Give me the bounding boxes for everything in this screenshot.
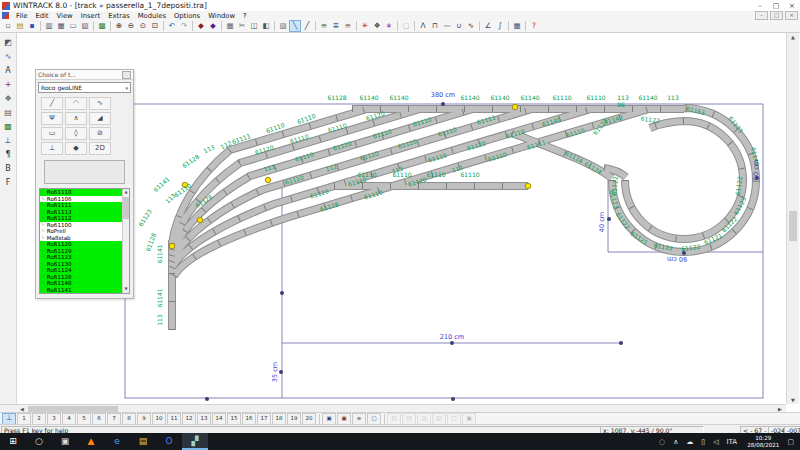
mdi-close-button[interactable]: × bbox=[785, 11, 798, 20]
copy-icon[interactable]: ◫ bbox=[248, 20, 260, 32]
menu-options[interactable]: Options bbox=[170, 12, 204, 20]
slope-icon[interactable]: ∠ bbox=[482, 20, 494, 32]
wintrack-icon[interactable]: ▞ bbox=[182, 433, 208, 450]
start-button[interactable]: ⊞ bbox=[0, 433, 26, 450]
threeway-switch-icon[interactable]: Ψ bbox=[41, 112, 63, 125]
image2-icon[interactable]: ▩ bbox=[2, 121, 14, 133]
menu-file[interactable]: File bbox=[12, 12, 31, 20]
signal-icon[interactable]: ⊘ bbox=[89, 127, 111, 140]
print-preview-icon[interactable]: ▥ bbox=[43, 20, 55, 32]
switch-left-icon[interactable]: ∧ bbox=[65, 112, 87, 125]
paste-icon[interactable]: ◧ bbox=[260, 20, 272, 32]
select-icon[interactable]: ▨ bbox=[277, 20, 289, 32]
insert-icon[interactable]: ◆ bbox=[207, 20, 219, 32]
scroll-down-icon[interactable]: ▼ bbox=[787, 397, 799, 403]
tunnel-icon[interactable]: ⊓ bbox=[429, 20, 441, 32]
people-icon[interactable]: ◌ bbox=[659, 438, 665, 446]
layers-icon[interactable]: ▤ bbox=[2, 107, 14, 119]
straight-icon[interactable]: — bbox=[441, 20, 453, 32]
flex-track-icon[interactable]: ∿ bbox=[2, 51, 14, 63]
menu-help[interactable]: ? bbox=[239, 12, 251, 20]
menu-modules[interactable]: Modules bbox=[134, 12, 170, 20]
group-icon[interactable]: ❖ bbox=[371, 20, 383, 32]
mdi-restore-button[interactable]: □ bbox=[770, 11, 783, 20]
curve-icon[interactable]: ∪ bbox=[453, 20, 465, 32]
office-icon[interactable]: O bbox=[156, 433, 182, 450]
switch-right-icon[interactable]: ◢ bbox=[89, 112, 111, 125]
scroll-up-icon[interactable]: ▲ bbox=[787, 34, 799, 40]
scurve-track-icon[interactable]: ∿ bbox=[89, 97, 111, 110]
task-view-icon[interactable]: ▣ bbox=[52, 433, 78, 450]
profile-icon[interactable]: ∫ bbox=[494, 20, 506, 32]
zoom-out-icon[interactable]: ⊖ bbox=[125, 20, 137, 32]
edge-icon[interactable]: e bbox=[104, 433, 130, 450]
blank-icon[interactable]: ▢ bbox=[400, 20, 412, 32]
search-icon[interactable]: ○ bbox=[26, 433, 52, 450]
panel-title-bar[interactable]: Choice of t... bbox=[36, 70, 133, 80]
lang-label[interactable]: ITA bbox=[727, 438, 738, 446]
paragraph-icon[interactable]: ¶ bbox=[2, 149, 14, 161]
open-icon[interactable]: ▤ bbox=[14, 20, 26, 32]
list-scrollbar[interactable]: ▲ ▼ bbox=[122, 189, 129, 293]
curve-track-icon[interactable]: ◠ bbox=[65, 97, 87, 110]
list-scroll-thumb[interactable] bbox=[123, 197, 129, 219]
scroll-down-icon[interactable]: ▼ bbox=[123, 286, 129, 293]
price-list-icon[interactable]: ≡ bbox=[342, 20, 354, 32]
taskbar-clock[interactable]: 10:29 28/08/2021 bbox=[747, 435, 779, 448]
delete-icon[interactable]: ◆ bbox=[195, 20, 207, 32]
parts-list-icon[interactable]: ≣ bbox=[330, 20, 342, 32]
redo-icon[interactable]: ↷ bbox=[178, 20, 190, 32]
explorer-icon[interactable]: ▤ bbox=[130, 433, 156, 450]
plan-canvas[interactable]: 6112861140611406114061140611406111061110… bbox=[17, 33, 786, 404]
crossing-icon[interactable]: ▭ bbox=[41, 127, 63, 140]
bold-icon[interactable]: B bbox=[2, 163, 14, 175]
measure-icon[interactable]: ⊥ bbox=[2, 135, 14, 147]
track-system-dropdown[interactable]: Roco geoLINE ▾ bbox=[38, 82, 131, 93]
zoom-fit-icon[interactable]: ⊙ bbox=[137, 20, 149, 32]
save-icon[interactable]: ▪ bbox=[26, 20, 38, 32]
turntable-icon[interactable]: ◊ bbox=[65, 127, 87, 140]
flower-icon[interactable]: ✳ bbox=[359, 20, 371, 32]
menu-window[interactable]: Window bbox=[204, 12, 239, 20]
battery-icon[interactable]: ▯ bbox=[701, 438, 705, 446]
cut-icon[interactable]: ✂ bbox=[236, 20, 248, 32]
track-list-icon[interactable]: ≡ bbox=[318, 20, 330, 32]
list-item[interactable]: ∿Ro61141 bbox=[40, 287, 129, 294]
f-icon[interactable]: F bbox=[2, 177, 14, 189]
draw-track-icon[interactable]: ╲ bbox=[289, 20, 301, 32]
height-icon[interactable]: Λ bbox=[417, 20, 429, 32]
zoom-in-icon[interactable]: ⊕ bbox=[113, 20, 125, 32]
chevron-up-icon[interactable]: ∧ bbox=[673, 438, 678, 446]
text-icon[interactable]: A bbox=[2, 65, 14, 77]
zoom-window-icon[interactable]: ⊡ bbox=[149, 20, 161, 32]
straight-track-icon[interactable]: ╱ bbox=[41, 97, 63, 110]
panel-close-icon[interactable] bbox=[122, 71, 131, 79]
star-icon[interactable]: ∗ bbox=[383, 20, 395, 32]
vertical-scroll-thumb[interactable] bbox=[789, 211, 797, 241]
print-icon[interactable]: ▦ bbox=[55, 20, 67, 32]
grid-icon[interactable]: ▦ bbox=[224, 20, 236, 32]
new-icon[interactable]: ▫ bbox=[2, 20, 14, 32]
maximize-button[interactable]: □ bbox=[768, 2, 784, 10]
minimize-button[interactable]: – bbox=[752, 2, 768, 10]
track-parts-list[interactable]: ∿Ro61110∿Ro61106∿Ro61111∿Ro61113∿Ro61112… bbox=[39, 188, 130, 294]
mdi-minimize-button[interactable]: – bbox=[755, 11, 768, 20]
undo-icon[interactable]: ↶ bbox=[166, 20, 178, 32]
menu-edit[interactable]: Edit bbox=[31, 12, 52, 20]
close-button[interactable]: × bbox=[784, 2, 800, 10]
vertical-scrollbar[interactable]: ▲ ▼ bbox=[786, 33, 799, 404]
catalog-icon[interactable]: ▧ bbox=[79, 20, 91, 32]
menu-insert[interactable]: Insert bbox=[77, 12, 105, 20]
vlc-icon[interactable]: ▲ bbox=[78, 433, 104, 450]
diamond-icon[interactable]: ❖ bbox=[2, 93, 14, 105]
flex-icon[interactable]: ∿ bbox=[465, 20, 477, 32]
page-setup-icon[interactable]: ▭ bbox=[67, 20, 79, 32]
view-2d-icon[interactable]: 2D bbox=[89, 142, 111, 155]
decoration-icon[interactable]: ◆ bbox=[65, 142, 87, 155]
menu-extras[interactable]: Extras bbox=[104, 12, 133, 20]
window-tile-icon[interactable]: ▦ bbox=[511, 20, 523, 32]
scroll-up-icon[interactable]: ▲ bbox=[123, 189, 129, 196]
line-icon[interactable]: ╱ bbox=[301, 20, 313, 32]
menu-view[interactable]: View bbox=[53, 12, 77, 20]
notification-icon[interactable]: ▢ bbox=[787, 438, 794, 446]
